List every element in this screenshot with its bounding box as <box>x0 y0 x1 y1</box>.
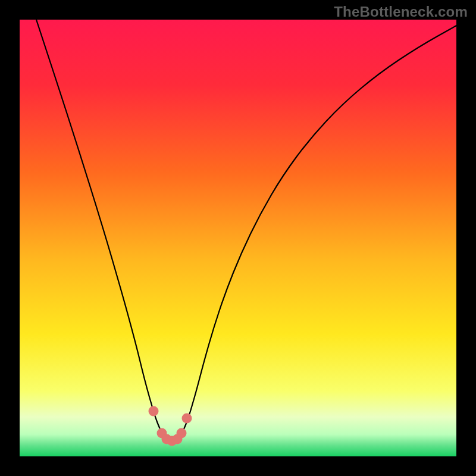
curve-marker <box>149 406 159 416</box>
watermark-text: TheBottleneck.com <box>334 4 468 20</box>
curve-marker <box>177 428 187 439</box>
gradient-background <box>20 20 456 456</box>
chart-frame: TheBottleneck.com <box>0 0 476 476</box>
bottleneck-chart <box>20 20 456 456</box>
curve-marker <box>182 414 192 424</box>
plot-area <box>20 20 456 456</box>
